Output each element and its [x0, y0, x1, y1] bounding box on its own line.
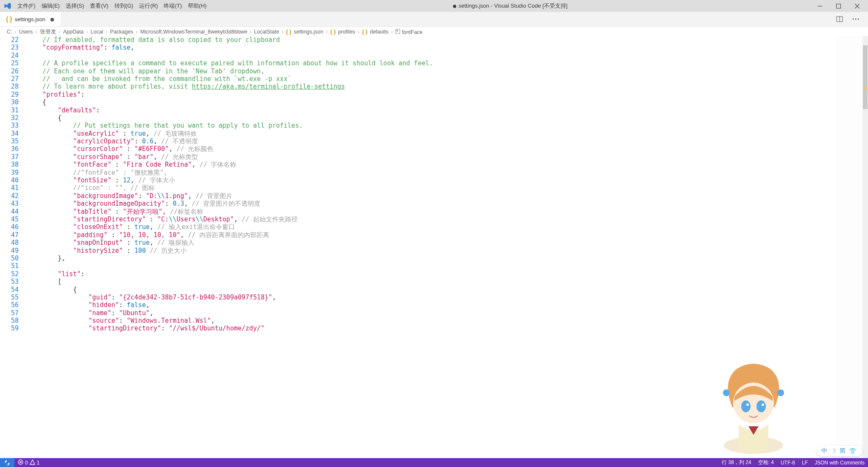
cursor-position[interactable]: 行 38，列 24: [718, 459, 754, 466]
ime-indicator[interactable]: 中 ☽ 简 👕: [817, 446, 862, 456]
breadcrumb-segment[interactable]: Local: [91, 29, 103, 35]
status-bar: 0 1 行 38，列 24 空格: 4 UTF-8 LF JSON with C…: [0, 458, 868, 467]
code-line[interactable]: // Each one of them will appear in the '…: [27, 67, 868, 75]
editor[interactable]: 2223242526272829303132333435363738394041…: [0, 36, 868, 458]
breadcrumb-segment[interactable]: Users: [19, 29, 33, 35]
encoding-button[interactable]: UTF-8: [777, 460, 798, 466]
svg-point-6: [858, 19, 859, 20]
breadcrumb-separator-icon: ›: [282, 29, 283, 35]
code-line[interactable]: "hidden": false,: [27, 301, 868, 309]
title-bar: 文件(F)编辑(E)选择(S)查看(V)转到(G)运行(R)终端(T)帮助(H)…: [0, 0, 868, 12]
ime-jian: 简: [840, 447, 846, 455]
error-count: 0: [25, 460, 28, 466]
code-line[interactable]: "list":: [27, 270, 868, 278]
language-mode-button[interactable]: JSON with Comments: [811, 460, 868, 466]
menu-item[interactable]: 选择(S): [63, 3, 87, 9]
minimize-button[interactable]: [810, 0, 829, 12]
code-line[interactable]: "closeOnExit" : true, // 输入exit退出命令窗口: [27, 223, 868, 231]
code-line[interactable]: "padding" : "10, 10, 10, 10", // 内容距离界面的…: [27, 231, 868, 239]
breadcrumb-segment[interactable]: { } settings.json: [286, 29, 323, 35]
svg-rect-8: [396, 30, 398, 31]
eol-button[interactable]: LF: [798, 460, 811, 466]
menu-item[interactable]: 帮助(H): [185, 3, 209, 9]
close-button[interactable]: [848, 0, 866, 12]
code-line[interactable]: "useAcrylic" : true, // 毛玻璃特效: [27, 130, 868, 137]
vertical-scrollbar[interactable]: [862, 36, 868, 458]
breadcrumb-segment[interactable]: Microsoft.WindowsTerminal_8wekyb3d8bbwe: [140, 29, 247, 35]
menu-item[interactable]: 查看(V): [87, 3, 111, 9]
code-line[interactable]: "name": "Ubuntu",: [27, 309, 868, 317]
error-icon: [18, 459, 23, 466]
code-line[interactable]: "startingDirectory" : "C:\\Users\\Deskto…: [27, 215, 868, 223]
tab-label: settings.json: [15, 16, 45, 22]
code-line[interactable]: "source": "Windows.Terminal.Wsl",: [27, 317, 868, 324]
svg-rect-0: [818, 6, 822, 6]
menu-item[interactable]: 文件(F): [14, 3, 39, 9]
code-line[interactable]: [: [27, 278, 868, 285]
code-line[interactable]: {: [27, 286, 868, 294]
menu-item[interactable]: 终端(T): [161, 3, 185, 9]
ime-zh: 中: [821, 447, 827, 455]
code-line[interactable]: // and can be invoked from the commandli…: [27, 75, 868, 83]
tab-settings-json[interactable]: { } settings.json ●: [0, 12, 61, 26]
code-line[interactable]: "defaults":: [27, 106, 868, 114]
breadcrumb-segment[interactable]: C:: [7, 29, 12, 35]
split-editor-button[interactable]: [835, 14, 844, 24]
code-line[interactable]: "copyFormatting": false,: [27, 44, 868, 51]
code-line[interactable]: {: [27, 98, 868, 106]
menu-item[interactable]: 转到(G): [112, 3, 137, 9]
code-line[interactable]: //"fontFace" : "微软雅黑",: [27, 169, 868, 176]
code-line[interactable]: // If enabled, formatted data is also co…: [27, 36, 868, 44]
code-line[interactable]: "cursorShape" : "bar", // 光标类型: [27, 153, 868, 161]
code-line[interactable]: "acrylicOpacity": 0.6, // 不透明度: [27, 137, 868, 145]
tab-dirty-icon: ●: [50, 15, 55, 23]
code-line[interactable]: "cursorColor" : "#E6FF00", // 光标颜色: [27, 145, 868, 153]
breadcrumb-segment[interactable]: { } profiles: [330, 29, 355, 35]
code-line[interactable]: // A profile specifies a command to exec…: [27, 59, 868, 67]
code-content[interactable]: // If enabled, formatted data is also co…: [27, 36, 868, 458]
code-line[interactable]: [27, 52, 868, 59]
breadcrumb-segment[interactable]: fontFace: [395, 29, 422, 35]
code-line[interactable]: "guid": "{2c4de342-38b7-51cf-b940-2309a0…: [27, 294, 868, 301]
code-line[interactable]: // To learn more about profiles, visit h…: [27, 83, 868, 90]
code-line[interactable]: {: [27, 114, 868, 122]
warning-count: 1: [37, 460, 40, 466]
problems-button[interactable]: 0 1: [14, 459, 43, 466]
code-line[interactable]: //"icon" : "", // 图标: [27, 184, 868, 192]
minimap[interactable]: [836, 36, 862, 458]
code-line[interactable]: "tabTitle" : "开始学习啦", //标签名称: [27, 208, 868, 215]
menu-item[interactable]: 编辑(E): [39, 3, 63, 9]
code-line[interactable]: "profiles":: [27, 91, 868, 98]
scrollbar-thumb[interactable]: [863, 45, 868, 109]
breadcrumb-segment[interactable]: { } defaults: [362, 29, 388, 35]
code-line[interactable]: },: [27, 254, 868, 262]
breadcrumb-segment[interactable]: 张登友: [40, 28, 56, 36]
code-line[interactable]: [27, 262, 868, 270]
code-line[interactable]: "fontSize" : 12, // 字体大小: [27, 176, 868, 184]
code-line[interactable]: "fontFace" : "Fira Code Retina", // 字体名称: [27, 161, 868, 168]
indentation-button[interactable]: 空格: 4: [755, 459, 777, 466]
code-line[interactable]: "startingDirectory": "//wsl$/Ubuntu/home…: [27, 324, 868, 332]
ime-moon-icon: ☽: [831, 447, 836, 454]
more-actions-button[interactable]: [851, 14, 860, 24]
vscode-icon: [3, 2, 12, 10]
code-line[interactable]: // Put settings here that you want to ap…: [27, 122, 868, 129]
maximize-button[interactable]: [829, 0, 848, 12]
warning-icon: [30, 459, 35, 466]
remote-button[interactable]: [0, 458, 14, 467]
breadcrumbs[interactable]: C:›Users›张登友›AppData›Local›Packages›Micr…: [0, 27, 868, 36]
breadcrumb-separator-icon: ›: [15, 29, 17, 35]
line-number-gutter: 2223242526272829303132333435363738394041…: [0, 36, 27, 458]
breadcrumb-segment[interactable]: AppData: [63, 29, 84, 35]
code-line[interactable]: "historySize" : 100 // 历史大小: [27, 247, 868, 254]
breadcrumb-segment[interactable]: LocalState: [254, 29, 279, 35]
menu-item[interactable]: 运行(R): [136, 3, 161, 9]
tabs-bar: { } settings.json ●: [0, 12, 868, 27]
breadcrumb-separator-icon: ›: [358, 29, 360, 35]
json-file-icon: { }: [6, 16, 12, 22]
code-line[interactable]: "backgroundImage": "D:\\1.png", // 背景图片: [27, 192, 868, 200]
breadcrumb-segment[interactable]: Packages: [110, 29, 134, 35]
code-line[interactable]: "snapOnInput" : true, // 嗅探输入: [27, 239, 868, 246]
breadcrumb-separator-icon: ›: [136, 29, 137, 35]
code-line[interactable]: "backgroundImageOpacity": 0.3, // 背景图片的不…: [27, 200, 868, 207]
